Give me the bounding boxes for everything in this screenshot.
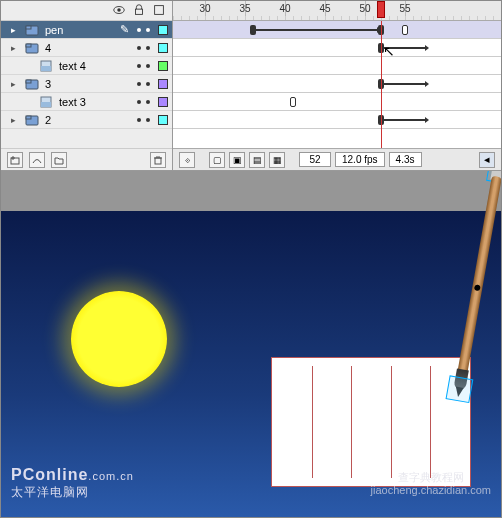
timeline-layers-panel: ▸pen✎▸4text 4▸3text 3▸2 303540455055 ↖ ⟐… (1, 1, 501, 171)
layer-visibility-toggles[interactable] (137, 100, 150, 104)
layer-outline-color[interactable] (158, 43, 168, 53)
folder-icon (25, 41, 39, 55)
layer-visibility-toggles[interactable] (137, 82, 150, 86)
playhead-line (381, 21, 382, 148)
edit-multi-icon[interactable]: ▤ (249, 152, 265, 168)
layer-name-label[interactable]: text 3 (57, 96, 133, 108)
layer-outline-color[interactable] (158, 97, 168, 107)
elapsed-field: 4.3s (389, 152, 422, 167)
layer-outline-color[interactable] (158, 25, 168, 35)
ruler-label: 45 (319, 3, 330, 14)
timeline-track[interactable] (173, 111, 501, 129)
tween-arrow-icon (381, 83, 425, 85)
onion-outline-icon[interactable]: ▣ (229, 152, 245, 168)
svg-rect-7 (26, 44, 31, 47)
ruler-label: 35 (239, 3, 250, 14)
layer-name-label[interactable]: pen (43, 24, 116, 36)
timeline-track[interactable] (173, 39, 501, 57)
ruler-label: 30 (199, 3, 210, 14)
layer-row[interactable]: ▸3 (1, 75, 172, 93)
layer-outline-color[interactable] (158, 79, 168, 89)
tween-arrow-icon (381, 119, 425, 121)
ruler-label: 55 (399, 3, 410, 14)
svg-rect-5 (26, 26, 31, 29)
layer-name-label[interactable]: 2 (43, 114, 133, 126)
svg-rect-15 (26, 116, 31, 119)
eye-icon[interactable] (112, 3, 126, 19)
playhead[interactable] (377, 1, 385, 18)
folder-icon (25, 113, 39, 127)
layer-outline-color[interactable] (158, 115, 168, 125)
svg-rect-19 (155, 158, 161, 164)
trash-icon[interactable] (150, 152, 166, 168)
onion-skin-icon[interactable]: ▢ (209, 152, 225, 168)
svg-rect-9 (41, 66, 51, 71)
svg-point-1 (117, 8, 121, 12)
layer-row[interactable]: text 3 (1, 93, 172, 111)
layers-panel: ▸pen✎▸4text 4▸3text 3▸2 (1, 1, 173, 170)
keyframe[interactable] (290, 97, 296, 107)
layer-outline-color[interactable] (158, 61, 168, 71)
selection-handle-bottom[interactable] (446, 375, 474, 403)
timeline-ruler[interactable]: 303540455055 (173, 1, 501, 21)
timeline-track[interactable] (173, 57, 501, 75)
svg-rect-2 (136, 9, 143, 14)
scroll-left-button[interactable]: ◂ (479, 152, 495, 168)
expand-arrow-icon[interactable]: ▸ (11, 43, 21, 53)
layer-visibility-toggles[interactable] (137, 64, 150, 68)
app-window: ▸pen✎▸4text 4▸3text 3▸2 303540455055 ↖ ⟐… (0, 0, 502, 518)
tween-arrow-icon (253, 29, 377, 31)
watermark-chazidian: 查字典教程网 jiaocheng.chazidian.com (371, 471, 491, 497)
add-layer-icon[interactable] (7, 152, 23, 168)
pencil-icon: ✎ (120, 23, 129, 36)
layer-row[interactable]: ▸2 (1, 111, 172, 129)
timeline-status-bar: ⟐ ▢ ▣ ▤ ▦ 52 12.0 fps 4.3s ◂ (173, 148, 501, 170)
lock-icon[interactable] (132, 3, 146, 19)
center-frame-icon[interactable]: ⟐ (179, 152, 195, 168)
layer-icon (39, 59, 53, 73)
layer-visibility-toggles[interactable] (137, 28, 150, 32)
tween-arrow-icon (381, 47, 425, 49)
layer-icon (39, 95, 53, 109)
layer-row[interactable]: text 4 (1, 57, 172, 75)
expand-arrow-icon[interactable]: ▸ (11, 115, 21, 125)
layer-name-label[interactable]: 3 (43, 78, 133, 90)
outline-icon[interactable] (152, 3, 166, 19)
onion-markers-icon[interactable]: ▦ (269, 152, 285, 168)
moon-shape[interactable] (71, 291, 167, 387)
timeline-track[interactable] (173, 93, 501, 111)
stage-area[interactable]: PConline.com.cn 太平洋电脑网 查字典教程网 jiaocheng.… (1, 171, 501, 517)
svg-rect-3 (155, 5, 164, 14)
layers-footer (1, 148, 172, 170)
stage-canvas[interactable]: PConline.com.cn 太平洋电脑网 查字典教程网 jiaocheng.… (1, 211, 501, 517)
timeline-tracks[interactable]: ↖ (173, 21, 501, 148)
paper-shape[interactable] (271, 357, 471, 487)
folder-icon (25, 23, 39, 37)
layer-row[interactable]: ▸pen✎ (1, 21, 172, 39)
add-guide-icon[interactable] (29, 152, 45, 168)
layer-row[interactable]: ▸4 (1, 39, 172, 57)
expand-arrow-icon[interactable]: ▸ (11, 25, 21, 35)
layers-header (1, 1, 172, 21)
keyframe[interactable] (402, 25, 408, 35)
expand-arrow-icon[interactable]: ▸ (11, 79, 21, 89)
fps-field[interactable]: 12.0 fps (335, 152, 385, 167)
svg-rect-11 (26, 80, 31, 83)
layer-visibility-toggles[interactable] (137, 46, 150, 50)
ruler-label: 40 (279, 3, 290, 14)
timeline-panel: 303540455055 ↖ ⟐ ▢ ▣ ▤ ▦ 52 12.0 fps 4.3… (173, 1, 501, 170)
layer-visibility-toggles[interactable] (137, 118, 150, 122)
folder-icon (25, 77, 39, 91)
ruler-label: 50 (359, 3, 370, 14)
timeline-track[interactable] (173, 21, 501, 39)
keyframe[interactable] (250, 25, 256, 35)
watermark-pconline: PConline.com.cn 太平洋电脑网 (11, 466, 134, 501)
add-folder-icon[interactable] (51, 152, 67, 168)
layer-name-label[interactable]: 4 (43, 42, 133, 54)
timeline-track[interactable] (173, 75, 501, 93)
current-frame-field[interactable]: 52 (299, 152, 331, 167)
svg-rect-13 (41, 102, 51, 107)
svg-rect-16 (11, 158, 19, 164)
layer-name-label[interactable]: text 4 (57, 60, 133, 72)
